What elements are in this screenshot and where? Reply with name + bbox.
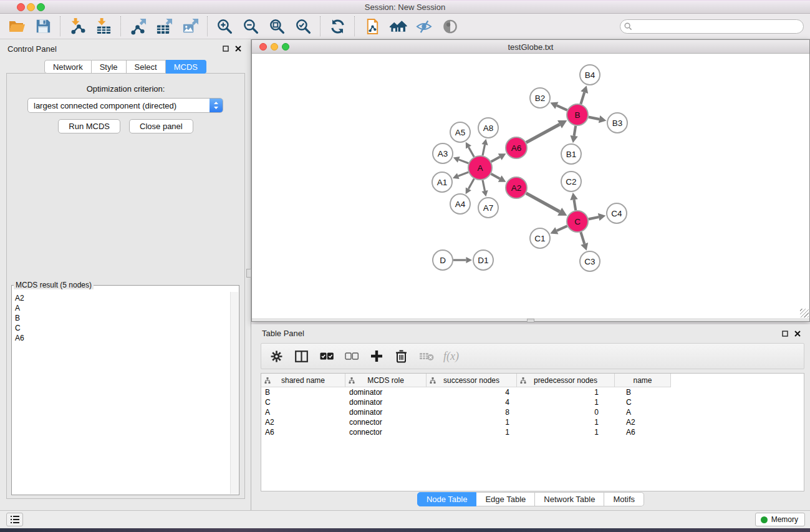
show-graphics-button[interactable] [437, 15, 463, 37]
zoom-selected-button[interactable] [290, 15, 316, 37]
table-cell[interactable]: connector [345, 427, 427, 437]
select-all-button[interactable] [315, 345, 338, 367]
table-cell[interactable]: A [261, 407, 345, 417]
column-header-name[interactable]: name [615, 374, 671, 387]
unselect-all-button[interactable] [340, 345, 363, 367]
table-settings-button[interactable] [265, 345, 288, 367]
save-session-button[interactable] [30, 15, 56, 37]
table-cell[interactable]: B [615, 387, 671, 397]
graph-edge-C-C1[interactable] [557, 226, 567, 231]
task-history-button[interactable] [6, 513, 23, 526]
graph-edge-A-A4[interactable] [468, 179, 474, 189]
tab-network[interactable]: Network [44, 60, 92, 74]
graph-edge-A-A3[interactable] [459, 160, 469, 163]
zoom-fit-button[interactable] [264, 15, 290, 37]
column-header-successor-nodes[interactable]: successor nodes [427, 374, 517, 387]
mcds-result-item[interactable]: C [15, 323, 229, 333]
table-cell[interactable]: B [261, 387, 345, 397]
graph-edge-C-C2[interactable] [574, 200, 576, 210]
table-cell[interactable]: 4 [427, 397, 517, 407]
tab-mcds[interactable]: MCDS [166, 60, 206, 74]
export-table-button[interactable] [151, 15, 177, 37]
export-image-button[interactable] [177, 15, 203, 37]
table-cell[interactable]: 1 [427, 427, 517, 437]
graph-edge-A-A1[interactable] [458, 172, 468, 176]
mcds-result-item[interactable]: A2 [15, 293, 229, 303]
graph-edge-A2-C[interactable] [526, 193, 560, 212]
table-cell[interactable]: A [615, 407, 671, 417]
mcds-result-list[interactable]: A2ABCA6 [12, 292, 229, 494]
graph-edge-B-B3[interactable] [589, 117, 599, 120]
tab-motifs[interactable]: Motifs [604, 492, 644, 506]
table-row[interactable]: A6connector11A6 [261, 427, 804, 437]
close-mcds-panel-button[interactable]: Close panel [129, 119, 193, 133]
add-column-button[interactable] [365, 345, 388, 367]
table-cell[interactable]: dominator [345, 407, 427, 417]
graph-edge-A-A8[interactable] [483, 145, 485, 155]
network-graph[interactable]: B4B2BB3B1A6A8A5A3AA1A4A7A2C2CC4C1C3DD1 [252, 54, 809, 318]
export-network-button[interactable] [125, 15, 151, 37]
tab-network-table[interactable]: Network Table [535, 492, 604, 506]
table-row[interactable]: A2connector11A2 [261, 417, 804, 427]
table-cell[interactable]: dominator [345, 387, 427, 397]
search-input[interactable] [620, 19, 804, 34]
table-cell[interactable]: 8 [427, 407, 517, 417]
graph-edge-C-C3[interactable] [581, 232, 584, 244]
result-scrollbar[interactable] [230, 292, 238, 494]
graph-edge-A6-B[interactable] [526, 124, 560, 142]
graph-edge-A-A5[interactable] [469, 147, 475, 157]
graph-edge-B-B2[interactable] [557, 105, 567, 110]
float-table-panel-button[interactable] [781, 330, 789, 337]
table-cell[interactable]: C [261, 397, 345, 407]
table-cell[interactable]: 1 [427, 417, 517, 427]
horizontal-splitter-handle[interactable] [527, 319, 534, 322]
table-cell[interactable]: connector [345, 417, 427, 427]
delete-column-button[interactable] [390, 345, 413, 367]
import-network-button[interactable] [64, 15, 90, 37]
function-builder-button[interactable]: f(x) [440, 345, 463, 367]
zoom-out-button[interactable] [238, 15, 264, 37]
table-cell[interactable]: 1 [517, 427, 615, 437]
table-cell[interactable]: C [615, 397, 671, 407]
refresh-button[interactable] [324, 15, 350, 37]
mcds-result-item[interactable]: A6 [15, 333, 229, 343]
window-resize-grip[interactable] [800, 309, 809, 317]
graph-edge-B-B1[interactable] [574, 126, 576, 136]
tab-select[interactable]: Select [127, 60, 166, 74]
close-control-panel-button[interactable] [234, 45, 242, 52]
vertical-splitter-handle[interactable] [246, 269, 251, 278]
graph-edge-A-A7[interactable] [483, 180, 485, 191]
table-cell[interactable]: A2 [615, 417, 671, 427]
table-cell[interactable]: 1 [517, 397, 615, 407]
memory-button[interactable]: Memory [755, 513, 805, 526]
table-cell[interactable]: A6 [261, 427, 345, 437]
graph-edge-A-A2[interactable] [491, 174, 500, 179]
table-cell[interactable]: 4 [427, 387, 517, 397]
run-mcds-button[interactable]: Run MCDS [58, 119, 120, 133]
hide-graphics-button[interactable] [411, 15, 437, 37]
table-cell[interactable]: dominator [345, 397, 427, 407]
table-row[interactable]: Bdominator41B [261, 387, 804, 397]
show-columns-button[interactable] [290, 345, 313, 367]
table-row[interactable]: Adominator80A [261, 407, 804, 417]
table-cell[interactable]: 1 [517, 387, 615, 397]
table-cell[interactable]: A6 [615, 427, 671, 437]
criterion-dropdown[interactable]: largest connected component (directed) [27, 98, 223, 113]
graph-edge-B-B4[interactable] [581, 92, 584, 104]
tab-style[interactable]: Style [92, 60, 127, 74]
home-button[interactable] [385, 15, 411, 37]
zoom-in-button[interactable] [211, 15, 238, 37]
table-row[interactable]: Cdominator41C [261, 397, 804, 407]
network-canvas[interactable]: B4B2BB3B1A6A8A5A3AA1A4A7A2C2CC4C1C3DD1 [252, 54, 809, 318]
float-panel-button[interactable] [222, 45, 229, 52]
network-from-document-button[interactable] [359, 15, 385, 37]
open-session-button[interactable] [4, 15, 30, 37]
close-table-panel-button[interactable] [794, 330, 801, 337]
table-cell[interactable]: A2 [261, 417, 345, 427]
delete-table-button[interactable] [415, 345, 438, 367]
column-header-MCDS-role[interactable]: MCDS role [345, 374, 427, 387]
tab-node-table[interactable]: Node Table [417, 492, 477, 506]
graph-edge-A-A6[interactable] [491, 157, 500, 162]
mcds-result-item[interactable]: B [15, 313, 229, 323]
column-header-predecessor-nodes[interactable]: predecessor nodes [517, 374, 615, 387]
